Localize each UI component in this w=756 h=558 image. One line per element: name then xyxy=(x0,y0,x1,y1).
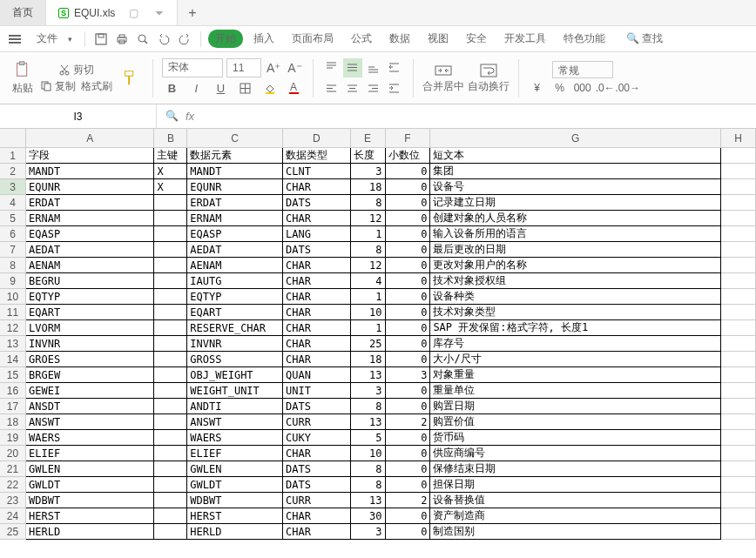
cell[interactable]: EQART xyxy=(26,305,154,320)
cell[interactable]: 对象重量 xyxy=(430,367,721,383)
row-header[interactable]: 14 xyxy=(0,352,26,367)
cell[interactable]: CHAR xyxy=(283,289,351,305)
cell[interactable]: 3 xyxy=(351,383,386,399)
paste-button[interactable]: 粘贴 xyxy=(9,58,37,97)
cell[interactable]: CHAR xyxy=(283,305,351,320)
row-header[interactable]: 10 xyxy=(0,289,26,305)
row-header[interactable]: 7 xyxy=(0,242,26,258)
row-header[interactable]: 20 xyxy=(0,446,26,461)
border-button[interactable] xyxy=(235,79,254,98)
underline-button[interactable]: U xyxy=(211,79,230,98)
tab-file[interactable]: S EQUI.xls ▢ ⏷ xyxy=(46,0,178,25)
cell[interactable]: 记录建立日期 xyxy=(430,195,721,211)
cell[interactable] xyxy=(154,414,187,430)
cell[interactable]: AEDAT xyxy=(187,242,283,258)
cell[interactable]: GROES xyxy=(26,352,154,367)
cell[interactable]: DATS xyxy=(283,399,351,414)
menu-formula[interactable]: 公式 xyxy=(344,30,379,48)
cell[interactable] xyxy=(154,320,187,336)
cell[interactable]: CUKY xyxy=(283,430,351,446)
new-tab-button[interactable]: + xyxy=(178,0,206,25)
col-header[interactable]: H xyxy=(721,129,756,148)
name-box[interactable]: I3 xyxy=(0,104,157,128)
tab-close-icon[interactable]: ⏷ xyxy=(154,7,165,19)
undo-icon[interactable] xyxy=(155,29,172,50)
cell[interactable]: 0 xyxy=(386,195,431,211)
cell[interactable]: 4 xyxy=(351,273,386,289)
cell[interactable] xyxy=(721,399,756,414)
cell[interactable]: 技术对象类型 xyxy=(430,305,721,320)
row-header[interactable]: 25 xyxy=(0,524,26,540)
font-color-button[interactable]: A xyxy=(284,79,303,98)
cell[interactable] xyxy=(721,461,756,477)
cell[interactable]: 设备替换值 xyxy=(430,493,721,508)
row-header[interactable]: 4 xyxy=(0,195,26,211)
cell[interactable]: CHAR xyxy=(283,446,351,461)
cell[interactable] xyxy=(721,164,756,179)
cell[interactable] xyxy=(154,211,187,226)
row-header[interactable]: 12 xyxy=(0,320,26,336)
cell[interactable]: LVORM xyxy=(26,320,154,336)
cell[interactable]: 0 xyxy=(386,461,431,477)
cell[interactable]: 13 xyxy=(351,414,386,430)
cell[interactable]: WAERS xyxy=(26,430,154,446)
fx-icon[interactable]: fx xyxy=(186,110,194,123)
cell[interactable]: 设备号 xyxy=(430,179,721,195)
cell[interactable]: DATS xyxy=(283,477,351,493)
cell[interactable]: OBJ_WEIGHT xyxy=(187,367,283,383)
cell[interactable]: X xyxy=(154,179,187,195)
row-header[interactable]: 1 xyxy=(0,148,26,164)
cell[interactable] xyxy=(154,242,187,258)
row-header[interactable]: 24 xyxy=(0,508,26,524)
cell[interactable]: 更改对象用户的名称 xyxy=(430,258,721,273)
increase-decimal-icon[interactable]: .00→ xyxy=(618,80,638,96)
cell[interactable]: 0 xyxy=(386,242,431,258)
cell[interactable]: DATS xyxy=(283,461,351,477)
cell[interactable]: 技术对象授权组 xyxy=(430,273,721,289)
cell[interactable] xyxy=(154,446,187,461)
cell[interactable]: 0 xyxy=(386,508,431,524)
cell[interactable]: EQTYP xyxy=(26,289,154,305)
currency-icon[interactable]: ¥ xyxy=(528,80,547,96)
menu-insert[interactable]: 插入 xyxy=(246,30,281,48)
cell[interactable]: ANSDT xyxy=(26,399,154,414)
row-header[interactable]: 3 xyxy=(0,179,26,195)
cell[interactable] xyxy=(721,305,756,320)
cell[interactable]: RESERVE_CHAR xyxy=(187,320,283,336)
cell[interactable]: 0 xyxy=(386,305,431,320)
cell[interactable]: BEGRU xyxy=(26,273,154,289)
cell[interactable] xyxy=(721,179,756,195)
cell[interactable]: WDBWT xyxy=(187,493,283,508)
row-header[interactable]: 8 xyxy=(0,258,26,273)
cell[interactable]: 18 xyxy=(351,179,386,195)
col-header[interactable]: C xyxy=(187,129,283,148)
cell[interactable]: 1 xyxy=(351,289,386,305)
cell[interactable]: BRGEW xyxy=(26,367,154,383)
cell[interactable] xyxy=(721,383,756,399)
row-header[interactable]: 21 xyxy=(0,461,26,477)
cell[interactable]: 8 xyxy=(351,242,386,258)
cell[interactable] xyxy=(154,367,187,383)
cell[interactable]: MANDT xyxy=(26,164,154,179)
row-header[interactable]: 13 xyxy=(0,336,26,352)
cell[interactable]: QUAN xyxy=(283,367,351,383)
comma-icon[interactable]: 000 xyxy=(573,80,592,96)
cell[interactable]: CLNT xyxy=(283,164,351,179)
cell[interactable]: 担保日期 xyxy=(430,477,721,493)
row-header[interactable]: 11 xyxy=(0,305,26,320)
row-header[interactable]: 9 xyxy=(0,273,26,289)
col-header[interactable]: G xyxy=(430,129,721,148)
cell[interactable] xyxy=(154,430,187,446)
cell[interactable]: 数据类型 xyxy=(283,148,351,164)
cell[interactable]: WDBWT xyxy=(26,493,154,508)
cell[interactable]: 0 xyxy=(386,524,431,540)
cell[interactable]: 最后更改的日期 xyxy=(430,242,721,258)
cell[interactable]: 购置日期 xyxy=(430,399,721,414)
cell[interactable]: 1 xyxy=(351,226,386,242)
cell[interactable]: CHAR xyxy=(283,273,351,289)
cell[interactable]: HERST xyxy=(26,508,154,524)
cell[interactable]: ANSWT xyxy=(26,414,154,430)
cell[interactable]: 0 xyxy=(386,179,431,195)
cell[interactable] xyxy=(721,289,756,305)
col-header[interactable]: D xyxy=(283,129,351,148)
